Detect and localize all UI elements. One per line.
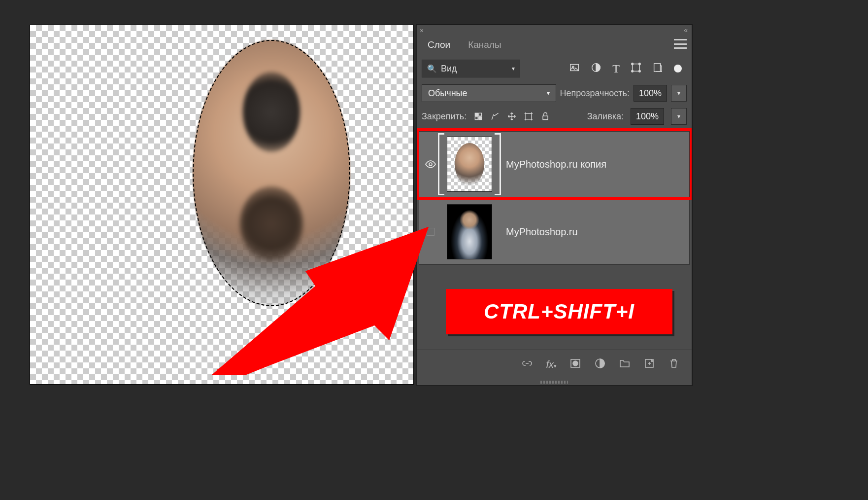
layer-name[interactable]: MyPhotoshop.ru копия — [497, 159, 606, 170]
svg-point-15 — [429, 163, 432, 166]
svg-point-5 — [639, 63, 641, 65]
close-panel-icon[interactable]: × — [420, 27, 424, 35]
filter-shape-icon[interactable] — [631, 62, 641, 75]
filter-mode-label: Вид — [441, 64, 457, 74]
lock-position-icon[interactable] — [507, 111, 517, 121]
new-group-icon[interactable] — [619, 357, 631, 372]
tab-channels[interactable]: Каналы — [459, 36, 510, 54]
svg-point-4 — [632, 63, 634, 65]
visibility-toggle[interactable] — [419, 228, 442, 236]
document-canvas[interactable] — [30, 25, 414, 385]
svg-rect-11 — [475, 117, 478, 120]
new-layer-icon[interactable] — [643, 357, 655, 372]
layer-row[interactable]: MyPhotoshop.ru — [419, 199, 690, 265]
opacity-value[interactable]: 100% — [634, 85, 667, 102]
collapse-panel-icon[interactable]: « — [684, 26, 688, 34]
delete-layer-icon[interactable] — [668, 357, 680, 372]
svg-rect-9 — [475, 113, 478, 116]
filter-toggle-switch[interactable] — [674, 65, 682, 72]
filter-type-icon[interactable]: T — [612, 62, 620, 75]
svg-point-7 — [639, 70, 641, 72]
svg-rect-14 — [543, 116, 548, 120]
layer-row[interactable]: MyPhotoshop.ru копия — [419, 131, 690, 197]
layers-panel-footer: fx▾ — [417, 350, 692, 379]
shortcut-callout: CTRL+SHIFT+I — [446, 289, 672, 334]
filter-smartobject-icon[interactable] — [652, 62, 663, 75]
svg-point-17 — [573, 361, 578, 366]
svg-rect-13 — [526, 113, 532, 119]
fill-dropdown[interactable]: ▾ — [671, 108, 687, 125]
layer-filter-select[interactable]: 🔍 Вид ▾ — [422, 60, 520, 77]
link-layers-icon[interactable] — [521, 357, 533, 372]
blend-row: Обычные ▾ Непрозрачность: 100% ▾ — [417, 81, 692, 105]
panel-resize-grip[interactable] — [417, 379, 692, 385]
chevron-down-icon: ▾ — [512, 65, 515, 72]
lock-row: Закрепить: Заливка: 100% ▾ — [417, 105, 692, 128]
layer-filter-row: 🔍 Вид ▾ T — [417, 56, 692, 81]
layer-name[interactable]: MyPhotoshop.ru — [497, 226, 578, 238]
filter-pixel-icon[interactable] — [569, 62, 580, 75]
tab-layers[interactable]: Слои — [419, 36, 459, 54]
add-mask-icon[interactable] — [569, 357, 581, 372]
opacity-label: Непрозрачность: — [560, 88, 630, 99]
search-icon: 🔍 — [427, 64, 437, 73]
svg-rect-10 — [479, 113, 482, 116]
svg-rect-3 — [633, 64, 640, 71]
lock-transparent-icon[interactable] — [473, 111, 483, 121]
blend-mode-value: Обычные — [428, 88, 467, 99]
svg-rect-12 — [479, 117, 482, 120]
lock-label: Закрепить: — [422, 111, 467, 122]
lock-all-icon[interactable] — [540, 111, 550, 121]
lock-artboard-icon[interactable] — [524, 111, 534, 121]
lock-pixels-icon[interactable] — [490, 111, 500, 121]
svg-point-6 — [632, 70, 634, 72]
opacity-dropdown[interactable]: ▾ — [671, 85, 687, 102]
panel-menu-icon[interactable] — [674, 39, 687, 49]
panel-tabs: Слои Каналы — [417, 34, 692, 56]
new-adjustment-icon[interactable] — [594, 357, 606, 372]
fill-label: Заливка: — [587, 111, 624, 122]
fill-value[interactable]: 100% — [631, 108, 664, 125]
filter-adjustment-icon[interactable] — [591, 62, 601, 75]
layer-thumbnail[interactable] — [442, 134, 497, 194]
layer-content-preview — [193, 40, 350, 306]
svg-rect-8 — [654, 63, 661, 71]
layer-fx-icon[interactable]: fx▾ — [546, 359, 557, 370]
chevron-down-icon: ▾ — [547, 90, 550, 97]
layer-thumbnail[interactable] — [442, 202, 497, 262]
blend-mode-select[interactable]: Обычные ▾ — [422, 84, 556, 102]
